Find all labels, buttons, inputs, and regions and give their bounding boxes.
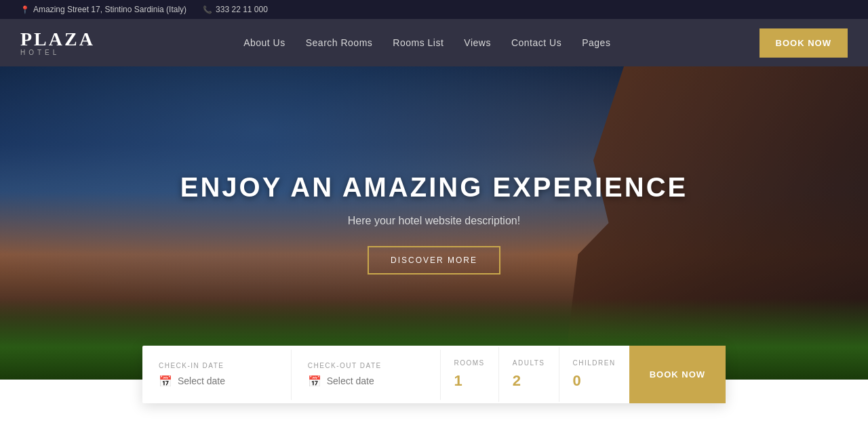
nav-about-us[interactable]: About Us [243,37,285,48]
nav-views[interactable]: Views [464,37,491,48]
adults-stepper: ADULTS 2 [499,347,559,402]
checkout-calendar-icon: 📅 [308,375,321,388]
logo: PLAZA HOTEL [20,30,95,56]
hero-description: Here your hotel website description! [180,215,688,227]
children-label: CHILDREN [573,359,616,367]
checkout-input-row: 📅 [308,375,424,388]
checkin-date-input[interactable] [178,375,275,386]
logo-sub: HOTEL [20,49,60,56]
nav-search-rooms[interactable]: Search Rooms [306,37,373,48]
logo-title: PLAZA [20,30,95,49]
nav-contact-us[interactable]: Contact Us [511,37,561,48]
booking-bar: CHECK-IN DATE 📅 CHECK-OUT DATE 📅 ROOMS 1… [142,346,726,403]
nav-pages[interactable]: Pages [582,37,610,48]
hero-section: ENJOY AN AMAZING EXPERIENCE Here your ho… [0,66,868,380]
children-stepper: CHILDREN 0 [559,347,629,402]
checkout-date-input[interactable] [327,375,424,386]
checkin-field: CHECK-IN DATE 📅 [142,350,292,400]
adults-label: ADULTS [513,359,545,367]
checkin-input-row: 📅 [159,375,275,388]
header: PLAZA HOTEL About Us Search Rooms Rooms … [0,19,868,66]
checkin-calendar-icon: 📅 [159,375,172,388]
adults-value: 2 [513,372,545,390]
address-text: Amazing Street 17, Stintino Sardinia (It… [33,5,186,14]
hero-content: ENJOY AN AMAZING EXPERIENCE Here your ho… [180,172,688,274]
phone-item: 333 22 11 000 [203,5,268,14]
discover-more-button[interactable]: DISCOVER MORE [368,246,500,274]
header-book-now-button[interactable]: BOOK NOW [760,28,848,58]
checkin-label: CHECK-IN DATE [159,362,275,369]
address-item: Amazing Street 17, Stintino Sardinia (It… [20,5,186,14]
checkout-label: CHECK-OUT DATE [308,362,424,369]
phone-icon [203,5,212,14]
pin-icon [20,5,30,14]
hero-title: ENJOY AN AMAZING EXPERIENCE [180,172,688,203]
nav-rooms-list[interactable]: Rooms List [393,37,443,48]
phone-text: 333 22 11 000 [216,5,268,14]
rooms-label: ROOMS [454,359,485,367]
rooms-value: 1 [454,372,485,390]
rooms-stepper: ROOMS 1 [441,347,499,402]
top-bar: Amazing Street 17, Stintino Sardinia (It… [0,0,868,19]
booking-bar-book-now-button[interactable]: BOOK NOW [629,346,726,403]
checkout-field: CHECK-OUT DATE 📅 [292,350,441,400]
main-nav: About Us Search Rooms Rooms List Views C… [243,37,610,48]
children-value: 0 [573,372,616,390]
